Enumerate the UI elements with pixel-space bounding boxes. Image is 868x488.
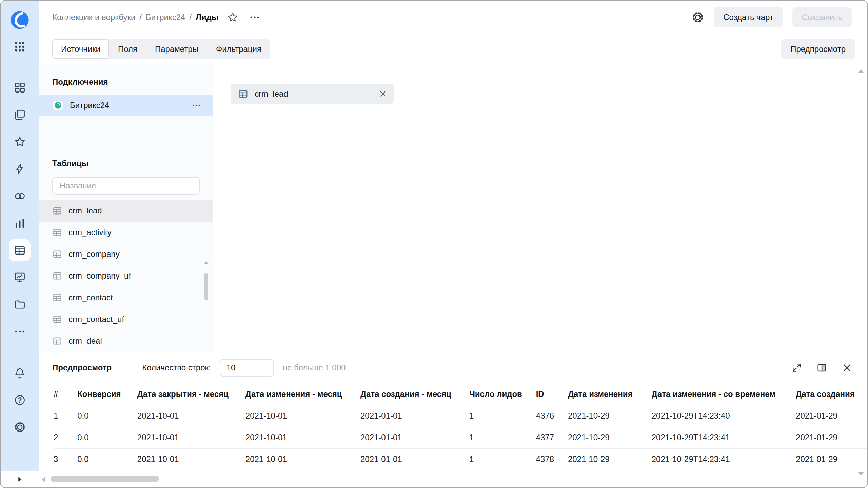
preview-toggle-button[interactable]: Предпросмотр bbox=[781, 39, 855, 59]
table-icon bbox=[14, 244, 26, 257]
row-count-input[interactable] bbox=[220, 359, 274, 377]
preview-cell: 2021-10-01 bbox=[137, 427, 245, 448]
scroll-left-arrow[interactable] bbox=[42, 477, 45, 482]
preview-cell: 2021-10-01 bbox=[245, 448, 360, 470]
tab[interactable]: Фильтрация bbox=[207, 39, 270, 59]
preview-column-header: Конверсия bbox=[77, 383, 137, 405]
sidebar-item-more[interactable] bbox=[6, 318, 33, 345]
create-chart-button[interactable]: Создать чарт bbox=[714, 7, 783, 27]
datalens-dataset-editor: Коллекции и воркбуки / Битрикс24 / Лиды bbox=[0, 0, 868, 488]
table-list-item[interactable]: crm_company_uf bbox=[39, 265, 213, 287]
preview-cell: 2021-01-01 bbox=[360, 427, 469, 448]
preview-cell: 2021-01-01 bbox=[360, 405, 469, 427]
breadcrumb: Коллекции и воркбуки / Битрикс24 / Лиды bbox=[52, 13, 218, 22]
preview-cell: 1 bbox=[469, 427, 536, 448]
sidebar-item-current-dataset[interactable] bbox=[9, 239, 31, 261]
sidebar-item-workbooks[interactable] bbox=[6, 101, 33, 128]
split-view-icon bbox=[816, 362, 827, 373]
preview-row: 10.02021-10-012021-10-012021-01-01143762… bbox=[54, 405, 867, 427]
preview-cell: 2 bbox=[54, 427, 77, 448]
preview-expand-button[interactable] bbox=[791, 362, 802, 373]
tab-label: Параметры bbox=[155, 44, 198, 54]
table-list-item[interactable]: crm_deal bbox=[39, 330, 213, 352]
tab[interactable]: Параметры bbox=[146, 39, 207, 59]
table-list-item[interactable]: crm_activity bbox=[39, 222, 213, 243]
tables-section: Таблицы crm_lead bbox=[39, 149, 213, 352]
preview-cell: 2021-01-01 bbox=[360, 448, 469, 470]
preview-cell: 4376 bbox=[536, 405, 568, 427]
table-icon bbox=[52, 271, 62, 281]
sidebar-item-favorites[interactable] bbox=[6, 128, 33, 155]
notifications-button[interactable] bbox=[6, 359, 33, 386]
preview-h-scrollbar[interactable] bbox=[39, 471, 867, 487]
tables-scrollbar[interactable] bbox=[203, 261, 209, 348]
breadcrumb-item-collections[interactable]: Коллекции и воркбуки bbox=[52, 13, 135, 22]
preview-layout-button[interactable] bbox=[816, 362, 827, 373]
preview-cell: 0.0 bbox=[77, 405, 137, 427]
table-icon bbox=[52, 314, 62, 324]
apps-grid-icon[interactable] bbox=[13, 40, 26, 54]
help-button[interactable] bbox=[6, 386, 33, 413]
save-button[interactable]: Сохранить bbox=[792, 7, 852, 27]
breadcrumb-item-workbook[interactable]: Битрикс24 bbox=[146, 13, 185, 22]
sidebar-item-dashboards[interactable] bbox=[6, 264, 33, 291]
collections-icon bbox=[14, 81, 26, 94]
sidebar-item-collections[interactable] bbox=[6, 74, 33, 101]
table-list-item[interactable]: crm_contact bbox=[39, 287, 213, 308]
workbooks-icon bbox=[14, 108, 26, 121]
settings-button[interactable] bbox=[6, 413, 33, 441]
table-list-item[interactable]: crm_contact_uf bbox=[39, 308, 213, 330]
tab[interactable]: Поля bbox=[109, 39, 146, 59]
table-search-input[interactable] bbox=[52, 177, 200, 195]
tables-list: crm_lead crm_activity bbox=[39, 200, 213, 352]
chip-remove-button[interactable] bbox=[379, 90, 387, 98]
preview-cell: 3 bbox=[54, 448, 77, 470]
table-icon bbox=[52, 249, 62, 259]
tab-label: Источники bbox=[61, 44, 100, 54]
favorite-star-button[interactable] bbox=[226, 11, 239, 23]
bitrix24-connection-icon bbox=[52, 100, 64, 111]
sidebar-item-connections[interactable] bbox=[6, 155, 33, 182]
preview-close-button[interactable] bbox=[842, 362, 852, 373]
preview-cell: 1 bbox=[54, 405, 77, 427]
content-v-scrollbar[interactable] bbox=[858, 69, 864, 476]
sidebar-item-datasets[interactable] bbox=[6, 182, 33, 209]
scroll-down-arrow[interactable] bbox=[858, 472, 864, 476]
sidebar-item-files[interactable] bbox=[6, 291, 33, 318]
datasets-rings-icon bbox=[14, 190, 26, 202]
sources-panel: Подключения bbox=[39, 64, 213, 352]
table-name: crm_company_uf bbox=[68, 271, 131, 281]
datalens-logo[interactable] bbox=[10, 10, 29, 30]
tab-label: Фильтрация bbox=[216, 44, 261, 54]
scroll-up-arrow[interactable] bbox=[858, 69, 864, 73]
ellipsis-icon bbox=[14, 325, 26, 338]
row-count-label: Количество строк: bbox=[142, 363, 211, 372]
connection-item[interactable]: Битрикс24 bbox=[39, 95, 213, 116]
play-icon bbox=[16, 475, 23, 483]
table-list-item[interactable]: crm_lead bbox=[39, 200, 213, 222]
table-list-item[interactable]: crm_company bbox=[39, 243, 213, 265]
connection-more-button[interactable] bbox=[191, 100, 201, 110]
selected-table-chip[interactable]: crm_lead bbox=[231, 84, 394, 104]
scrollbar-thumb[interactable] bbox=[204, 273, 208, 300]
tab[interactable]: Источники bbox=[52, 39, 109, 59]
preview-cell: 1 bbox=[469, 448, 536, 470]
entry-more-button[interactable] bbox=[249, 12, 260, 23]
preview-cell: 2021-10-29 bbox=[568, 405, 652, 427]
scrollbar-thumb[interactable] bbox=[51, 476, 159, 482]
tables-title: Таблицы bbox=[39, 159, 213, 168]
breadcrumb-separator: / bbox=[189, 13, 192, 22]
table-name: crm_activity bbox=[68, 228, 112, 237]
sidebar-item-charts[interactable] bbox=[6, 209, 33, 237]
sidebar-nav bbox=[6, 74, 33, 345]
preview-column-header: # bbox=[54, 383, 77, 405]
table-icon bbox=[238, 88, 249, 99]
dataset-settings-button[interactable] bbox=[691, 11, 704, 24]
lightning-icon bbox=[14, 163, 26, 175]
tab-label: Поля bbox=[118, 44, 137, 54]
preview-cell: 2021-10-29 bbox=[568, 427, 652, 448]
dataset-tabs: Источники Поля Параметры Фильтрация bbox=[52, 39, 270, 59]
scroll-up-arrow[interactable] bbox=[203, 261, 209, 264]
table-name: crm_deal bbox=[68, 336, 102, 346]
sidebar-expand-button[interactable] bbox=[1, 471, 39, 487]
